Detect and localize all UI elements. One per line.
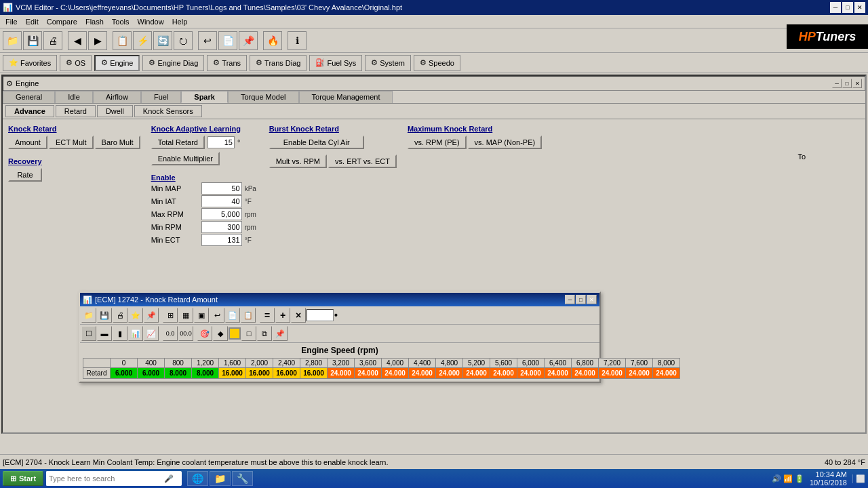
cell-7200[interactable]: 24.000 <box>599 368 626 379</box>
dlg-grid2[interactable]: ▦ <box>178 308 193 323</box>
nav-tab-speedo[interactable]: ⚙ Speedo <box>414 55 460 71</box>
toolbar-info[interactable]: ℹ <box>288 31 307 50</box>
dlg-paste2[interactable]: 📌 <box>273 326 288 341</box>
tab-torque-model[interactable]: Torque Model <box>228 91 299 103</box>
toolbar-btn3[interactable]: 📋 <box>113 31 132 50</box>
vs-ert-vs-ect-button[interactable]: vs. ERT vs. ECT <box>328 155 397 168</box>
panel-restore[interactable]: □ <box>842 79 852 88</box>
max-rpm-input[interactable] <box>201 208 242 220</box>
min-iat-input[interactable] <box>201 195 242 207</box>
sub-tab-advance[interactable]: Advance <box>5 105 54 117</box>
dlg-grid1[interactable]: ⊞ <box>163 308 178 323</box>
sub-tab-knock-sensors[interactable]: Knock Sensors <box>134 105 202 117</box>
dialog-maximize[interactable]: □ <box>576 295 586 304</box>
ect-mult-button[interactable]: ECT Mult <box>49 136 94 149</box>
sub-tab-dwell[interactable]: Dwell <box>97 105 133 117</box>
dlg-times[interactable]: × <box>291 308 306 323</box>
dlg-copy[interactable]: 📄 <box>225 308 240 323</box>
cell-0[interactable]: 6.000 <box>111 368 138 379</box>
taskbar-settings[interactable]: 🔧 <box>232 471 253 486</box>
dlg-plus[interactable]: + <box>275 308 290 323</box>
menu-compare[interactable]: Compare <box>43 16 81 27</box>
search-input[interactable] <box>46 471 161 486</box>
dlg-square-outline[interactable]: □ <box>241 326 256 341</box>
menu-help[interactable]: Help <box>168 16 192 27</box>
enable-multiplier-button[interactable]: Enable Multiplier <box>151 152 220 165</box>
dlg-grid3[interactable]: ▣ <box>194 308 209 323</box>
total-retard-input[interactable] <box>208 136 235 148</box>
dlg-save[interactable]: 💾 <box>97 308 112 323</box>
vs-rpm-pe-button[interactable]: vs. RPM (PE) <box>408 136 467 149</box>
dlg-paste[interactable]: 📋 <box>241 308 256 323</box>
cell-8000[interactable]: 24.000 <box>653 368 680 379</box>
minimize-button[interactable]: ─ <box>830 2 841 13</box>
cell-7600[interactable]: 24.000 <box>626 368 653 379</box>
dlg-select-rect[interactable]: ☐ <box>81 326 96 341</box>
cell-2800[interactable]: 16.000 <box>300 368 328 379</box>
baro-mult-button[interactable]: Baro Mult <box>95 136 140 149</box>
maximize-button[interactable]: □ <box>842 2 853 13</box>
toolbar-paste[interactable]: 📌 <box>239 31 258 50</box>
tab-spark[interactable]: Spark <box>181 91 228 103</box>
dlg-open[interactable]: 📁 <box>81 308 96 323</box>
cell-4800[interactable]: 24.000 <box>436 368 463 379</box>
panel-minimize[interactable]: ─ <box>832 79 842 88</box>
panel-close[interactable]: ✕ <box>852 79 862 88</box>
dlg-print[interactable]: 🖨 <box>113 308 127 323</box>
dialog-title-bar[interactable]: 📊 [ECM] 12742 - Knock Retard Amount ─ □ … <box>80 293 599 306</box>
close-button[interactable]: ✕ <box>854 2 865 13</box>
nav-tab-engine[interactable]: ⚙ Engine <box>94 55 140 71</box>
tab-torque-mgmt[interactable]: Torque Management <box>299 91 393 103</box>
cell-4400[interactable]: 24.000 <box>409 368 436 379</box>
dlg-undo[interactable]: ↩ <box>210 308 224 323</box>
amount-button[interactable]: Amount <box>8 136 47 149</box>
cell-2400[interactable]: 16.000 <box>273 368 300 379</box>
show-desktop[interactable]: ⬜ <box>852 474 865 483</box>
cell-5600[interactable]: 24.000 <box>490 368 517 379</box>
tab-airflow[interactable]: Airflow <box>93 91 141 103</box>
dlg-select-row[interactable]: ▬ <box>97 326 112 341</box>
dlg-num2[interactable]: 00.0 <box>178 326 193 341</box>
toolbar-open[interactable]: 📁 <box>3 31 22 50</box>
search-mic-icon[interactable]: 🎤 <box>161 474 176 483</box>
dlg-target[interactable]: 🎯 <box>197 326 212 341</box>
cell-800[interactable]: 8.000 <box>165 368 192 379</box>
dlg-btn5[interactable]: 📌 <box>144 308 159 323</box>
toolbar-copy[interactable]: 📄 <box>218 31 237 50</box>
menu-file[interactable]: File <box>1 16 22 27</box>
dlg-star[interactable]: ⭐ <box>128 308 143 323</box>
tab-general[interactable]: General <box>3 91 55 103</box>
cell-400[interactable]: 6.000 <box>138 368 165 379</box>
dlg-value-input[interactable] <box>307 309 334 321</box>
dlg-copy2[interactable]: ⧉ <box>257 326 272 341</box>
menu-flash[interactable]: Flash <box>81 16 108 27</box>
taskbar-ie[interactable]: 🌐 <box>187 471 208 486</box>
nav-tab-trans[interactable]: ⚙ Trans <box>207 55 247 71</box>
cell-1200[interactable]: 8.000 <box>192 368 219 379</box>
toolbar-save[interactable]: 💾 <box>23 31 42 50</box>
min-rpm-input[interactable] <box>201 221 242 233</box>
tab-fuel[interactable]: Fuel <box>141 91 181 103</box>
cell-3200[interactable]: 24.000 <box>328 368 355 379</box>
cell-6400[interactable]: 24.000 <box>545 368 572 379</box>
min-map-input[interactable] <box>201 182 242 195</box>
tab-idle[interactable]: Idle <box>55 91 93 103</box>
toolbar-forward[interactable]: ▶ <box>88 31 107 50</box>
cell-5200[interactable]: 24.000 <box>463 368 490 379</box>
min-ect-input[interactable] <box>201 234 242 246</box>
toolbar-flame[interactable]: 🔥 <box>263 31 282 50</box>
toolbar-back[interactable]: ◀ <box>68 31 87 50</box>
cell-6000[interactable]: 24.000 <box>517 368 545 379</box>
toolbar-arrow[interactable]: ↩ <box>198 31 217 50</box>
cell-6800[interactable]: 24.000 <box>572 368 599 379</box>
cell-4000[interactable]: 24.000 <box>382 368 409 379</box>
total-retard-button[interactable]: Total Retard <box>151 136 205 149</box>
dlg-chart-line[interactable]: 📈 <box>144 326 159 341</box>
nav-tab-os[interactable]: ⚙ OS <box>60 55 92 71</box>
nav-tab-engine-diag[interactable]: ⚙ Engine Diag <box>142 55 204 71</box>
toolbar-btn5[interactable]: 🔄 <box>153 31 172 50</box>
dlg-num1[interactable]: 0.0 <box>163 326 178 341</box>
vs-map-non-pe-button[interactable]: vs. MAP (Non-PE) <box>468 136 542 149</box>
dlg-chart-bar[interactable]: 📊 <box>128 326 143 341</box>
menu-edit[interactable]: Edit <box>22 16 43 27</box>
